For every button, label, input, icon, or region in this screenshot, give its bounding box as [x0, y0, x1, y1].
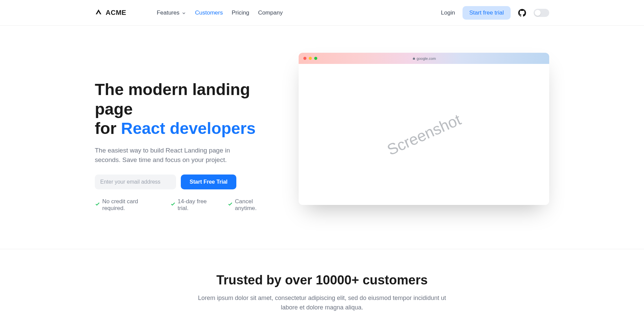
hero-form: Start Free Trial: [95, 175, 275, 189]
start-free-trial-button[interactable]: Start free trial: [463, 6, 511, 20]
traffic-lights: [303, 57, 317, 60]
nav-item-pricing[interactable]: Pricing: [232, 9, 249, 16]
browser-chrome: google.com: [299, 53, 549, 64]
check-icon: [228, 201, 233, 208]
lock-icon: [412, 56, 415, 61]
browser-url: google.com: [320, 56, 528, 61]
email-input[interactable]: [95, 175, 176, 189]
browser-url-text: google.com: [417, 56, 436, 61]
trusted-section: Trusted by over 10000+ customers Lorem i…: [0, 249, 644, 325]
nav-item-label: Pricing: [232, 9, 249, 16]
hero: The modern landing page for React develo…: [0, 26, 644, 249]
hero-check-item: 14-day free trial.: [170, 198, 218, 212]
check-icon: [95, 201, 100, 208]
nav-item-company[interactable]: Company: [258, 9, 283, 16]
start-free-trial-button[interactable]: Start Free Trial: [181, 175, 236, 189]
nav-item-label: Features: [157, 9, 179, 16]
browser-mockup: google.com Screenshot: [299, 53, 549, 205]
trusted-title: Trusted by over 10000+ customers: [0, 273, 644, 287]
navbar: ACME Features Customers Pricing Company …: [0, 0, 644, 26]
nav-item-customers[interactable]: Customers: [195, 9, 223, 16]
hero-subtitle: The easiest way to build React Landing p…: [95, 146, 230, 165]
traffic-light-red-icon: [303, 57, 306, 60]
browser-body: Screenshot: [299, 64, 549, 205]
hero-check-item: No credit card required.: [95, 198, 161, 212]
brand-logo-icon: [95, 8, 102, 17]
check-icon: [170, 201, 176, 208]
hero-check-label: No credit card required.: [102, 198, 161, 212]
hero-checks: No credit card required. 14-day free tri…: [95, 198, 275, 212]
nav-links: Features Customers Pricing Company: [157, 9, 283, 16]
hero-right: google.com Screenshot: [299, 53, 549, 205]
nav-right: Login Start free trial: [441, 6, 549, 20]
hero-check-item: Cancel anytime.: [228, 198, 275, 212]
browser-placeholder-text: Screenshot: [384, 110, 464, 159]
hero-check-label: Cancel anytime.: [235, 198, 275, 212]
traffic-light-green-icon: [314, 57, 317, 60]
nav-item-label: Company: [258, 9, 283, 16]
hero-title-highlight: React developers: [121, 119, 256, 137]
nav-item-label: Customers: [195, 9, 223, 16]
trusted-subtitle: Lorem ipsum dolor sit amet, consectetur …: [190, 294, 454, 312]
hero-check-label: 14-day free trial.: [178, 198, 218, 212]
brand-name: ACME: [106, 9, 126, 17]
chevron-down-icon: [181, 10, 186, 15]
nav-item-features[interactable]: Features: [157, 9, 186, 16]
hero-title-line2-pre: for: [95, 119, 121, 137]
login-link[interactable]: Login: [441, 9, 455, 16]
brand[interactable]: ACME: [95, 8, 126, 17]
theme-toggle[interactable]: [534, 9, 549, 17]
hero-title-line1: The modern landing page: [95, 80, 275, 119]
traffic-light-yellow-icon: [309, 57, 312, 60]
hero-title: The modern landing page for React develo…: [95, 80, 275, 138]
github-icon[interactable]: [518, 9, 526, 17]
hero-left: The modern landing page for React develo…: [95, 53, 275, 212]
